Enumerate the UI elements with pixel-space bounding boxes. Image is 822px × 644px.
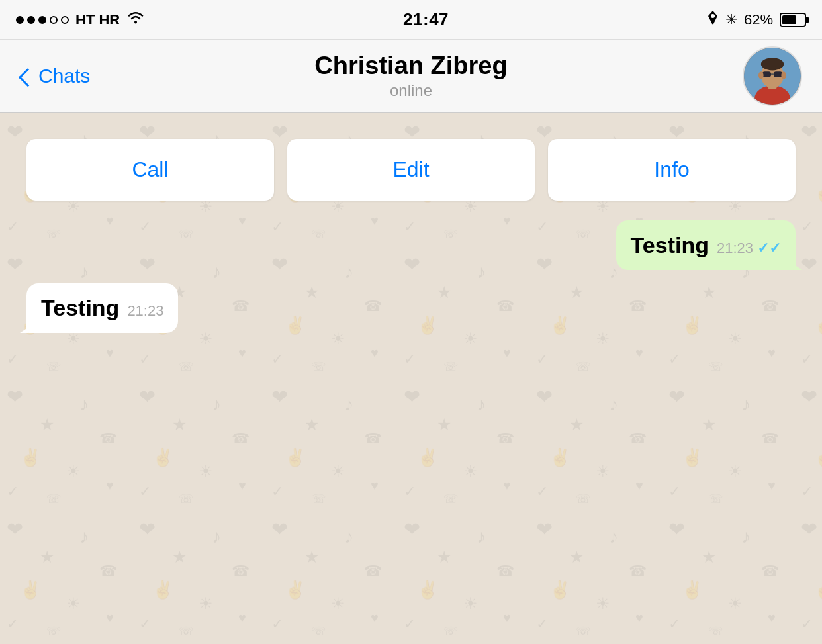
back-button[interactable]: Chats (20, 65, 90, 87)
double-check-icon: ✓✓ (757, 240, 781, 257)
chat-area: Call Edit Info Testing 21:23 ✓✓ Testing … (0, 113, 822, 644)
message-row: Testing 21:23 ✓✓ (26, 220, 796, 270)
action-buttons: Call Edit Info (26, 139, 796, 201)
sent-message-text: Testing (631, 232, 709, 258)
battery-percent: 62% (744, 11, 773, 28)
svg-rect-8 (774, 71, 782, 77)
received-bubble: Testing 21:23 (26, 283, 178, 333)
status-bar: HT HR 21:47 ✳ 62% (0, 0, 822, 40)
messages-container: Testing 21:23 ✓✓ Testing 21:23 (13, 220, 809, 333)
signal-dots (16, 16, 69, 24)
wifi-icon (126, 11, 145, 29)
nav-center: Christian Zibreg online (314, 52, 507, 100)
edit-button[interactable]: Edit (287, 139, 535, 201)
svg-rect-7 (762, 71, 771, 77)
battery-icon (780, 13, 806, 27)
received-bubble-meta: 21:23 (127, 302, 163, 320)
sent-message-time: 21:23 (717, 240, 753, 257)
location-icon (707, 11, 719, 29)
carrier-text: HT HR (75, 11, 120, 28)
message-row: Testing 21:23 (26, 283, 796, 333)
call-button[interactable]: Call (26, 139, 274, 201)
signal-dot-1 (16, 16, 24, 24)
received-message-text: Testing (41, 295, 119, 321)
svg-point-11 (781, 71, 786, 79)
avatar-image (744, 46, 801, 106)
svg-point-0 (134, 21, 137, 23)
contact-avatar[interactable] (743, 46, 802, 106)
svg-point-1 (711, 14, 715, 18)
nav-bar: Chats Christian Zibreg online (0, 40, 822, 113)
svg-point-6 (761, 58, 784, 70)
signal-dot-3 (38, 16, 46, 24)
status-left: HT HR (16, 11, 145, 29)
signal-dot-5 (61, 16, 69, 24)
status-time: 21:47 (403, 9, 449, 30)
back-chevron-icon (19, 68, 37, 86)
sent-bubble: Testing 21:23 ✓✓ (616, 220, 796, 270)
received-message-time: 21:23 (127, 302, 163, 320)
info-button[interactable]: Info (548, 139, 796, 201)
battery-fill (782, 15, 796, 24)
bluetooth-icon: ✳ (725, 11, 737, 28)
contact-name: Christian Zibreg (314, 52, 507, 80)
sent-bubble-meta: 21:23 ✓✓ (717, 240, 781, 257)
svg-point-10 (758, 71, 764, 79)
signal-dot-4 (50, 16, 58, 24)
back-button-label: Chats (38, 65, 90, 87)
contact-status: online (314, 81, 507, 100)
signal-dot-2 (27, 16, 35, 24)
status-right: ✳ 62% (707, 11, 806, 29)
